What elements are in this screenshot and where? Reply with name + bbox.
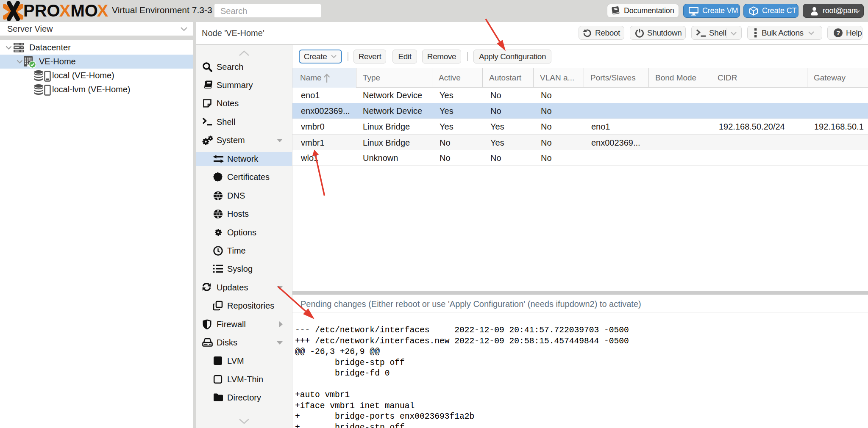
svg-text:?: ? <box>836 29 840 36</box>
